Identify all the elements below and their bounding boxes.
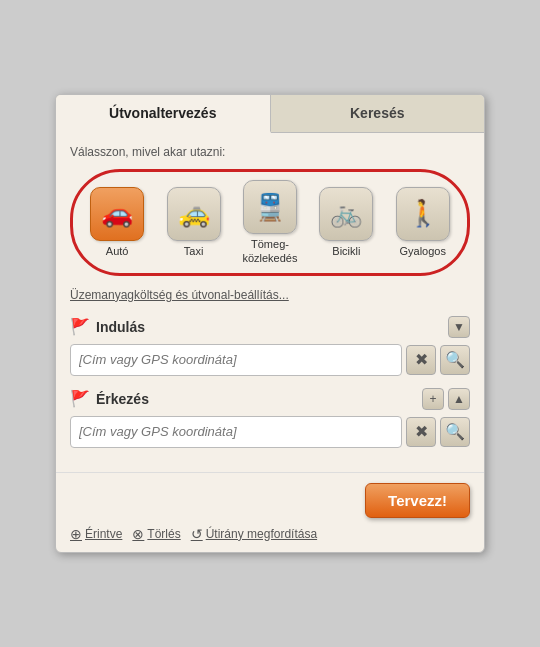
auto-label: Autó <box>106 245 129 258</box>
arrival-header: 🚩 Érkezés + ▲ <box>70 388 470 410</box>
mode-gyalogos[interactable]: 🚶 Gyalogos <box>388 187 458 258</box>
departure-search-btn[interactable]: 🔍 <box>440 345 470 375</box>
arrival-clear-btn[interactable]: ✖ <box>406 417 436 447</box>
main-panel: Útvonaltervezés Keresés Válasszon, mivel… <box>55 94 485 552</box>
arrival-add-btn[interactable]: + <box>422 388 444 410</box>
mode-tomeg[interactable]: 🚆 Tömeg-közlekedés <box>235 180 305 264</box>
taxi-icon: 🚕 <box>178 198 210 229</box>
taxi-icon-box: 🚕 <box>167 187 221 241</box>
bicikli-icon: 🚲 <box>330 198 362 229</box>
footer-links: ⊕ Érintve ⊗ Törlés ↺ Útirány megfordítás… <box>56 526 484 552</box>
auto-icon-box: 🚗 <box>90 187 144 241</box>
tab-utvonaltervezes[interactable]: Útvonaltervezés <box>56 95 271 133</box>
departure-input-row: ✖ 🔍 <box>70 344 470 376</box>
departure-flag-icon: 🚩 <box>70 317 90 336</box>
arrival-up-btn[interactable]: ▲ <box>448 388 470 410</box>
arrival-search-btn[interactable]: 🔍 <box>440 417 470 447</box>
taxi-label: Taxi <box>184 245 204 258</box>
bicikli-label: Bicikli <box>332 245 360 258</box>
tomeg-icon-box: 🚆 <box>243 180 297 234</box>
bottom-actions: Tervezz! <box>56 472 484 526</box>
tab-kereses[interactable]: Keresés <box>271 95 485 132</box>
x-circle-icon: ⊗ <box>132 526 144 542</box>
refresh-icon: ↺ <box>191 526 203 542</box>
main-content: Válasszon, mivel akar utazni: 🚗 Autó 🚕 T… <box>56 133 484 471</box>
bicikli-icon-box: 🚲 <box>319 187 373 241</box>
footer-utirany[interactable]: ↺ Útirány megfordítása <box>191 526 317 542</box>
travel-mode-subtitle: Válasszon, mivel akar utazni: <box>70 145 470 159</box>
fuel-link[interactable]: Üzemanyagköltség és útvonal-beállítás... <box>70 288 470 302</box>
plan-button[interactable]: Tervezz! <box>365 483 470 518</box>
mode-taxi[interactable]: 🚕 Taxi <box>159 187 229 258</box>
footer-torles[interactable]: ⊗ Törlés <box>132 526 180 542</box>
arrival-input[interactable] <box>70 416 402 448</box>
departure-controls: ▼ <box>448 316 470 338</box>
auto-icon: 🚗 <box>101 198 133 229</box>
departure-clear-btn[interactable]: ✖ <box>406 345 436 375</box>
arrival-controls: + ▲ <box>422 388 470 410</box>
departure-dropdown-btn[interactable]: ▼ <box>448 316 470 338</box>
tab-bar: Útvonaltervezés Keresés <box>56 95 484 133</box>
departure-input[interactable] <box>70 344 402 376</box>
mode-bicikli[interactable]: 🚲 Bicikli <box>311 187 381 258</box>
arrival-section: 🚩 Érkezés + ▲ ✖ 🔍 <box>70 388 470 448</box>
arrival-input-row: ✖ 🔍 <box>70 416 470 448</box>
tomeg-label: Tömeg-közlekedés <box>235 238 305 264</box>
departure-header: 🚩 Indulás ▼ <box>70 316 470 338</box>
gyalogos-icon: 🚶 <box>407 198 439 229</box>
gyalogos-icon-box: 🚶 <box>396 187 450 241</box>
departure-section: 🚩 Indulás ▼ ✖ 🔍 <box>70 316 470 376</box>
arrival-flag-icon: 🚩 <box>70 389 90 408</box>
tomeg-icon: 🚆 <box>254 192 286 223</box>
plus-circle-icon: ⊕ <box>70 526 82 542</box>
transport-mode-ring: 🚗 Autó 🚕 Taxi 🚆 Tömeg-közlekedés 🚲 <box>70 169 470 275</box>
departure-label: 🚩 Indulás <box>70 317 145 336</box>
arrival-label: 🚩 Érkezés <box>70 389 149 408</box>
mode-auto[interactable]: 🚗 Autó <box>82 187 152 258</box>
footer-erintve[interactable]: ⊕ Érintve <box>70 526 122 542</box>
gyalogos-label: Gyalogos <box>400 245 446 258</box>
